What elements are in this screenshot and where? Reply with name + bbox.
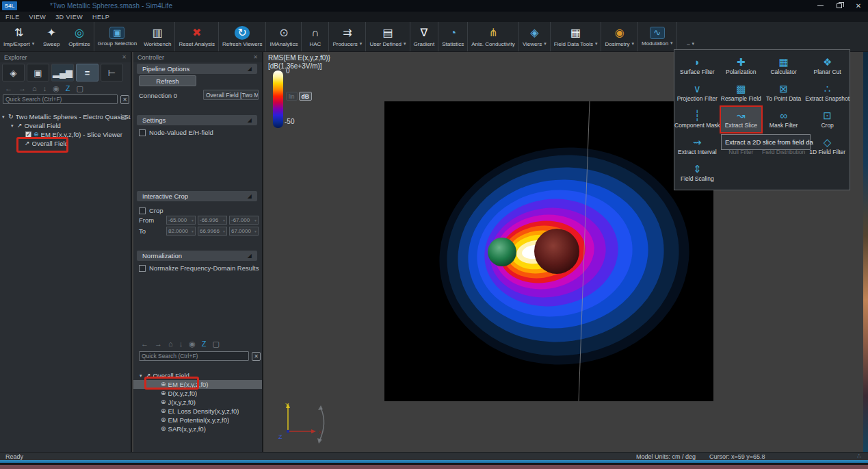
simulation-tab[interactable]: ▣ <box>27 64 49 81</box>
number-field[interactable]: -65.000 ▾ <box>166 216 196 225</box>
chevron-down-icon[interactable]: ▾ <box>32 41 35 47</box>
number-field[interactable]: 82.0000 ▾ <box>166 227 196 236</box>
analysis-tab[interactable]: ▂▄▆ <box>51 64 74 81</box>
restore-button[interactable] <box>830 0 849 12</box>
field-tool-item[interactable]: ✚ Polarization <box>720 53 762 79</box>
down-arrow-icon[interactable]: ↓ <box>179 340 183 348</box>
chevron-down-icon[interactable]: ▾ <box>692 41 695 47</box>
interactive-crop-section[interactable]: Interactive Crop ◢ <box>137 191 257 201</box>
hierarchy-tab[interactable]: ⊢ <box>101 64 123 81</box>
chevron-down-icon[interactable]: ▾ <box>404 41 406 47</box>
toolbar-button[interactable]: ◔ Statistics▾ <box>438 22 468 51</box>
home-icon[interactable]: ⌂ <box>168 340 173 348</box>
normalization-section[interactable]: Normalization ◢ <box>137 251 257 261</box>
collapse-icon[interactable]: ◢ <box>248 193 252 199</box>
toolbar-button[interactable]: ✦ Sweep▾ <box>38 22 65 51</box>
toolbar-button[interactable]: ▦ Field Data Tools▾ <box>551 22 602 51</box>
spinner-arrow-icon[interactable]: ▾ <box>192 218 194 223</box>
toolbar-button[interactable]: ∇ Gradient▾ <box>410 22 439 51</box>
explorer-close-icon[interactable]: ✕ <box>122 54 127 60</box>
field-tool-item[interactable]: ▩ Resample Field <box>720 79 762 106</box>
tree-row[interactable]: ⊕ El. Loss Density(x,y,z,f0) <box>133 407 262 416</box>
tree-row[interactable]: ▾ ↻ Two Metallic Spheres - Electro Quasi… <box>0 112 131 121</box>
number-field[interactable]: 66.9966 ▾ <box>198 227 227 236</box>
toolbar-button[interactable]: ◉ Dosimetry▾ <box>601 22 638 51</box>
toolbar-button[interactable]: ⇅ Imp/Export▾ <box>0 22 38 51</box>
spinner-arrow-icon[interactable]: ▾ <box>254 218 257 223</box>
zoom-icon[interactable]: Z <box>66 85 70 92</box>
toolbar-button[interactable]: ▥ Workbench▾ <box>140 22 175 51</box>
toolbar-button[interactable]: ▤ User Defined▾ <box>366 22 410 51</box>
model-tab[interactable]: ◈ <box>2 64 25 81</box>
toolbar-button[interactable]: ⋔ Anis. Conductivity▾ <box>468 22 519 51</box>
search-input[interactable] <box>139 351 249 361</box>
spinner-arrow-icon[interactable]: ▾ <box>223 229 225 233</box>
spinner-arrow-icon[interactable]: ▾ <box>223 218 225 223</box>
toolbar-button[interactable]: ↻ Refresh Viewers▾ <box>219 22 267 51</box>
expander-icon[interactable]: ▾ <box>2 114 8 120</box>
number-field[interactable]: -67.000 ▾ <box>229 216 259 225</box>
connection-dropdown[interactable]: Overall Field [Two Me ▾ <box>203 90 259 100</box>
down-arrow-icon[interactable]: ↓ <box>43 85 47 92</box>
unit-toggle-button[interactable]: lin <box>286 92 298 101</box>
renderer-icon[interactable]: ▤ <box>120 114 127 121</box>
toolbar-button[interactable]: ⇉ Producers▾ <box>329 22 366 51</box>
toolbar-button[interactable]: ∩ HAC▾ <box>302 22 329 51</box>
chevron-down-icon[interactable]: ▾ <box>670 40 673 46</box>
field-tool-item[interactable]: ⇕ Field Scaling <box>674 160 720 186</box>
tree-row[interactable]: ⊕ J(x,y,z,f0) <box>133 398 262 407</box>
toolbar-button[interactable]: –▾ <box>677 22 705 51</box>
toolbar-button[interactable]: ✖ Reset Analysis▾ <box>175 22 218 51</box>
spinner-arrow-icon[interactable]: ▾ <box>192 229 194 233</box>
number-field[interactable]: 67.0000 ▾ <box>229 227 259 236</box>
visibility-icon[interactable]: ◉ <box>189 340 196 348</box>
tree-row[interactable]: ▾ ↗ Overall Field <box>0 121 131 130</box>
menu-item[interactable]: 3D VIEW <box>55 14 83 21</box>
forward-icon[interactable]: → <box>155 340 162 348</box>
close-button[interactable]: ✕ <box>849 0 868 12</box>
tree-row[interactable]: ⊕ EM Potential(x,y,z,f0) <box>133 416 262 424</box>
field-tool-item[interactable]: ↝ Extract Slice <box>720 106 762 133</box>
tree-row[interactable]: ⊕ D(x,y,z,f0) <box>133 389 262 398</box>
back-icon[interactable]: ← <box>5 85 12 92</box>
toolbar-button[interactable]: ▣ Group Selection▾ <box>94 22 140 51</box>
collapse-icon[interactable]: ◢ <box>248 117 252 123</box>
zoom-icon[interactable]: Z <box>202 340 207 348</box>
normalize-checkbox[interactable] <box>139 265 146 272</box>
back-icon[interactable]: ← <box>141 340 148 348</box>
toolbar-button[interactable]: ⊙ IMAnalytics▾ <box>266 22 302 51</box>
field-tool-item[interactable]: ∨ Projection Filter <box>674 79 720 106</box>
chevron-down-icon[interactable]: ▾ <box>631 41 634 47</box>
menu-item[interactable]: VIEW <box>29 14 47 21</box>
forward-icon[interactable]: → <box>18 85 26 92</box>
properties-tab[interactable]: ≡ <box>76 64 98 81</box>
minimize-button[interactable] <box>811 0 830 12</box>
selection-box-icon[interactable]: ▢ <box>77 85 83 92</box>
toolbar-button[interactable]: ◎ Optimize▾ <box>65 22 94 51</box>
field-tool-item[interactable]: ⊡ Crop <box>805 106 850 133</box>
spinner-arrow-icon[interactable]: ▾ <box>254 229 257 233</box>
chevron-down-icon[interactable]: ▾ <box>595 41 598 47</box>
crop-checkbox[interactable] <box>139 207 146 214</box>
node-valued-checkbox[interactable] <box>139 129 146 136</box>
resize-grip-icon[interactable]: ∴ <box>857 453 861 459</box>
field-tool-item[interactable]: ❖ Planar Cut <box>805 53 850 79</box>
pipeline-options-section[interactable]: Pipeline Options ◢ <box>137 64 257 74</box>
collapse-icon[interactable]: ◢ <box>248 66 252 72</box>
chevron-down-icon[interactable]: ▾ <box>360 41 363 47</box>
field-tool-item[interactable]: ◗ Surface Filter <box>674 53 720 79</box>
settings-section[interactable]: Settings ◢ <box>137 115 257 125</box>
refresh-button[interactable]: Refresh <box>139 75 196 86</box>
collapse-icon[interactable]: ◢ <box>248 253 252 259</box>
field-tool-item[interactable]: ∴ Extract Snapshot <box>805 79 850 106</box>
menu-item[interactable]: HELP <box>92 14 109 21</box>
toolbar-button[interactable]: ◈ Viewers▾ <box>519 22 551 51</box>
field-render-area[interactable] <box>384 101 713 401</box>
selection-box-icon[interactable]: ▢ <box>213 340 220 348</box>
menu-item[interactable]: FILE <box>5 14 20 21</box>
visibility-icon[interactable]: ◉ <box>53 85 60 92</box>
toolbar-button[interactable]: ∿ Modulation▾ <box>638 22 677 51</box>
field-tool-item[interactable]: ▦ Calculator <box>762 53 805 79</box>
clear-search-icon[interactable]: ✕ <box>252 352 261 361</box>
clear-search-icon[interactable]: ✕ <box>120 95 129 104</box>
